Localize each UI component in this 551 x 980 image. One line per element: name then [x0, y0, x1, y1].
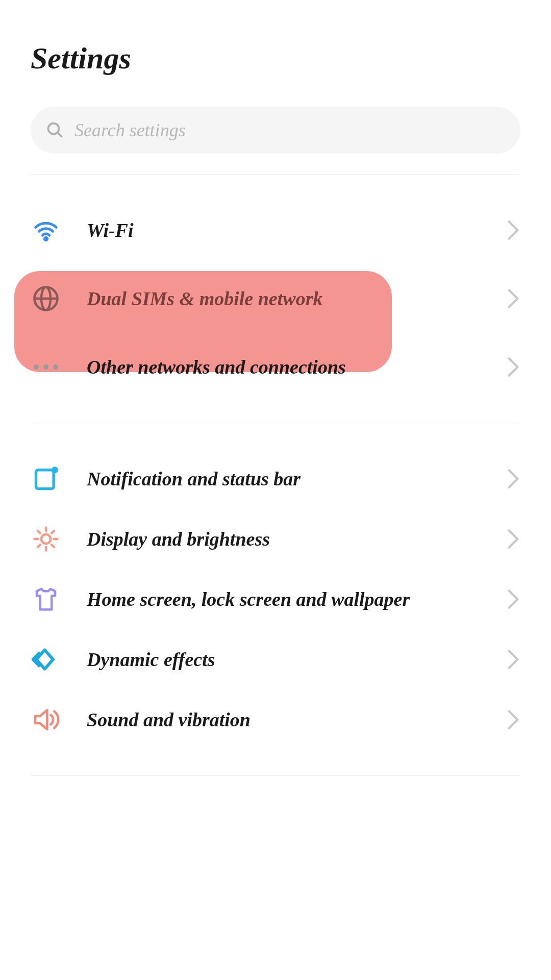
svg-point-10 [52, 467, 58, 473]
settings-item-home-screen[interactable]: Home screen, lock screen and wallpaper [0, 569, 551, 629]
chevron-right-icon [506, 709, 520, 730]
chevron-right-icon [506, 468, 520, 489]
svg-point-11 [41, 534, 51, 544]
search-icon [46, 121, 64, 139]
svg-line-18 [38, 545, 40, 547]
header: Settings [0, 0, 551, 91]
settings-item-other-networks[interactable]: Other networks and connections [0, 337, 551, 397]
dynamic-effects-icon [31, 644, 61, 675]
search-input[interactable] [74, 119, 505, 141]
svg-line-19 [52, 531, 54, 533]
tshirt-icon [31, 584, 61, 615]
brightness-icon [31, 524, 61, 554]
settings-item-mobile-network[interactable]: Dual SIMs & mobile network [0, 260, 551, 337]
search-bar[interactable] [31, 107, 520, 154]
settings-item-label: Wi-Fi [87, 219, 506, 241]
more-dots-icon [31, 352, 61, 382]
chevron-right-icon [506, 589, 520, 610]
chevron-right-icon [506, 356, 520, 378]
svg-point-8 [53, 364, 58, 370]
settings-item-label: Notification and status bar [87, 468, 506, 490]
wifi-icon [31, 215, 61, 246]
chevron-right-icon [506, 528, 520, 550]
settings-item-label: Dual SIMs & mobile network [87, 287, 506, 310]
globe-icon [31, 283, 61, 314]
settings-item-label: Sound and vibration [87, 708, 506, 731]
svg-point-0 [48, 124, 59, 134]
divider [31, 775, 520, 776]
settings-section-display: Notification and status bar Display and … [0, 423, 551, 775]
svg-point-6 [34, 364, 39, 370]
chevron-right-icon [506, 649, 520, 670]
svg-line-16 [38, 531, 40, 533]
settings-item-label: Display and brightness [87, 528, 506, 550]
settings-item-notification[interactable]: Notification and status bar [0, 449, 551, 509]
settings-item-label: Home screen, lock screen and wallpaper [87, 588, 506, 610]
svg-rect-9 [36, 470, 54, 489]
settings-section-network: Wi-Fi Dual SIMs & mobile network [0, 175, 551, 423]
notification-icon [31, 463, 61, 494]
settings-item-display[interactable]: Display and brightness [0, 509, 551, 569]
page-title: Settings [31, 41, 520, 76]
chevron-right-icon [506, 288, 520, 309]
svg-line-17 [52, 545, 54, 547]
settings-item-sound[interactable]: Sound and vibration [0, 690, 551, 750]
svg-point-2 [44, 237, 47, 240]
svg-line-1 [58, 133, 62, 137]
settings-item-wifi[interactable]: Wi-Fi [0, 200, 551, 260]
chevron-right-icon [506, 219, 520, 241]
svg-point-7 [43, 364, 48, 370]
settings-item-dynamic-effects[interactable]: Dynamic effects [0, 629, 551, 690]
settings-item-label: Dynamic effects [87, 648, 506, 671]
settings-item-label: Other networks and connections [87, 356, 506, 378]
sound-icon [31, 704, 61, 735]
